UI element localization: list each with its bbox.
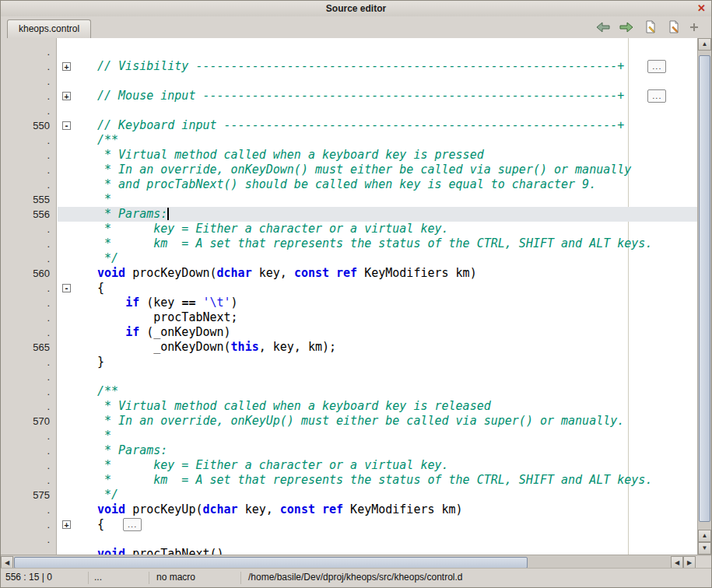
code-line[interactable]: [58, 532, 697, 547]
line-number[interactable]: .: [1, 355, 56, 369]
nav-forward-icon[interactable]: [619, 22, 633, 36]
code-line[interactable]: procTabNext;: [58, 310, 697, 325]
code-line[interactable]: */: [58, 488, 697, 502]
line-number[interactable]: 560: [1, 266, 56, 281]
fold-collapse-icon[interactable]: -: [62, 121, 71, 130]
gutter[interactable]: .....550....555556...560....565....570..…: [1, 38, 57, 555]
code-area[interactable]: +// Visibility -------------------------…: [58, 38, 697, 555]
line-number[interactable]: .: [1, 59, 56, 74]
tab-kheops-control[interactable]: kheops.control: [7, 19, 91, 38]
code-line[interactable]: void procKeyUp(dchar key, const ref KeyM…: [58, 502, 697, 517]
fold-expand-icon[interactable]: +: [62, 520, 71, 529]
line-number[interactable]: .: [1, 133, 56, 148]
line-number[interactable]: .: [1, 251, 56, 266]
code-line[interactable]: * Params:: [58, 443, 697, 458]
line-number[interactable]: .: [1, 399, 56, 414]
line-number[interactable]: 575: [1, 488, 56, 502]
line-number[interactable]: .: [1, 325, 56, 340]
line-number[interactable]: .: [1, 310, 56, 325]
line-number[interactable]: .: [1, 458, 56, 473]
line-number[interactable]: 550: [1, 118, 56, 133]
line-number[interactable]: .: [1, 369, 56, 384]
code-line[interactable]: +// Visibility -------------------------…: [58, 59, 697, 74]
line-number[interactable]: 570: [1, 414, 56, 429]
code-line[interactable]: [58, 44, 697, 59]
code-line[interactable]: *: [58, 192, 697, 207]
editor: .....550....555556...560....565....570..…: [1, 38, 711, 555]
document-edit-icon[interactable]: [668, 20, 680, 37]
line-number[interactable]: .: [1, 148, 56, 163]
line-number[interactable]: .: [1, 103, 56, 118]
titlebar[interactable]: Source editor ✕: [1, 1, 711, 17]
code-line[interactable]: * km = A set that represents the status …: [58, 236, 697, 251]
document-new-icon[interactable]: [644, 20, 657, 37]
folded-region-box[interactable]: ...: [647, 89, 666, 103]
fold-expand-icon[interactable]: +: [62, 92, 71, 100]
line-number[interactable]: .: [1, 89, 56, 103]
line-number[interactable]: .: [1, 163, 56, 177]
code-line[interactable]: * key = Either a character or a virtual …: [58, 222, 697, 236]
line-number[interactable]: .: [1, 44, 56, 59]
code-line[interactable]: [58, 74, 697, 89]
fold-expand-icon[interactable]: +: [62, 62, 71, 71]
code-line[interactable]: }: [58, 355, 697, 369]
code-line[interactable]: if (key == '\t'): [58, 296, 697, 310]
code-line[interactable]: *: [58, 429, 697, 443]
code-line[interactable]: void procTabNext(): [58, 547, 697, 555]
line-number[interactable]: .: [1, 547, 56, 555]
code-line[interactable]: */: [58, 251, 697, 266]
code-line[interactable]: * and procTabNext() should be called whe…: [58, 177, 697, 192]
code-line[interactable]: /**: [58, 384, 697, 399]
line-number[interactable]: .: [1, 281, 56, 296]
line-number[interactable]: .: [1, 429, 56, 443]
code-line[interactable]: +// Mouse input ------------------------…: [58, 89, 697, 103]
code-line[interactable]: [58, 103, 697, 118]
code-line[interactable]: * Params:: [58, 207, 697, 222]
code-line[interactable]: /**: [58, 133, 697, 148]
close-icon[interactable]: ✕: [697, 1, 706, 16]
down-arrow-icon: ▼: [702, 544, 708, 551]
scroll-up-button[interactable]: ▲: [698, 38, 711, 51]
code-line[interactable]: -{: [58, 281, 697, 296]
code-line[interactable]: * In an override, onKeyDown() must eithe…: [58, 163, 697, 177]
code-line[interactable]: if (_onKeyDown): [58, 325, 697, 340]
tab-label: kheops.control: [19, 23, 79, 34]
split-add-icon[interactable]: [689, 21, 699, 37]
line-text: * Virtual method called when a keyboard …: [97, 399, 491, 413]
line-number[interactable]: .: [1, 473, 56, 488]
window-title: Source editor: [326, 3, 386, 14]
folded-region-box[interactable]: ...: [647, 60, 666, 73]
line-number[interactable]: .: [1, 532, 56, 547]
folded-region-box[interactable]: ...: [123, 518, 142, 531]
horizontal-scrollbar-thumb[interactable]: [14, 557, 528, 569]
code-line[interactable]: * Virtual method called when a keyboard …: [58, 399, 697, 414]
line-number[interactable]: 565: [1, 340, 56, 355]
scroll-up-button-2[interactable]: ▲: [698, 530, 711, 542]
code-line[interactable]: * key = Either a character or a virtual …: [58, 458, 697, 473]
vertical-scrollbar-thumb[interactable]: [699, 55, 710, 522]
line-number[interactable]: .: [1, 443, 56, 458]
code-line[interactable]: _onKeyDown(this, key, km);: [58, 340, 697, 355]
vertical-scrollbar[interactable]: ▲ ▲ ▼: [697, 38, 711, 555]
code-line[interactable]: * Virtual method called when a keyboard …: [58, 148, 697, 163]
fold-collapse-icon[interactable]: -: [62, 284, 71, 292]
line-number[interactable]: .: [1, 384, 56, 399]
code-line[interactable]: * km = A set that represents the status …: [58, 473, 697, 488]
code-line[interactable]: -// Keyboard input ---------------------…: [58, 118, 697, 133]
line-number[interactable]: .: [1, 296, 56, 310]
code-line[interactable]: * In an override, onKeyUp() must either …: [58, 414, 697, 429]
line-number[interactable]: 556: [1, 207, 56, 222]
line-number[interactable]: .: [1, 236, 56, 251]
line-number[interactable]: .: [1, 74, 56, 89]
line-number[interactable]: .: [1, 517, 56, 532]
scroll-down-button[interactable]: ▼: [698, 542, 711, 555]
nav-back-icon[interactable]: [596, 22, 610, 36]
code-line[interactable]: [58, 369, 697, 384]
left-arrow-icon: ◀: [675, 559, 679, 566]
line-number[interactable]: .: [1, 177, 56, 192]
line-number[interactable]: 555: [1, 192, 56, 207]
line-number[interactable]: .: [1, 502, 56, 517]
code-line[interactable]: void procKeyDown(dchar key, const ref Ke…: [58, 266, 697, 281]
code-line[interactable]: +{...: [58, 517, 697, 532]
line-number[interactable]: .: [1, 222, 56, 236]
